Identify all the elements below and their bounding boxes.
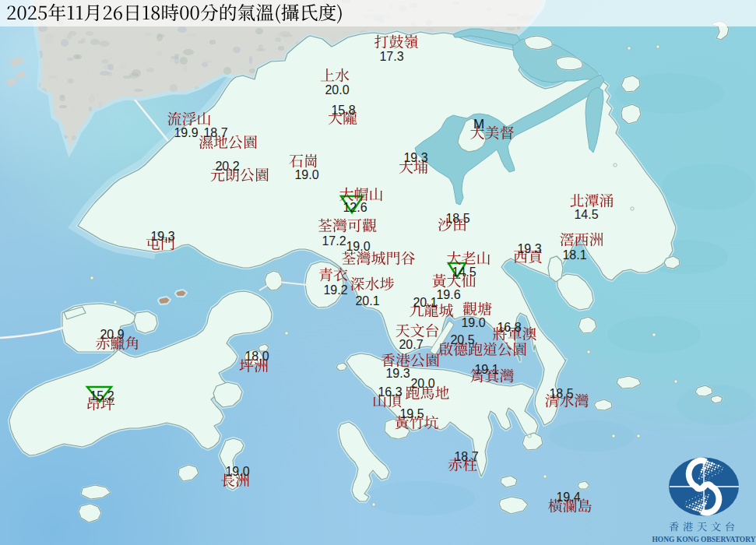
svg-text:16.3: 16.3 (378, 385, 402, 399)
svg-text:19.6: 19.6 (436, 288, 460, 301)
svg-text:HONG KONG OBSERVATORY: HONG KONG OBSERVATORY (652, 534, 756, 543)
svg-text:20.0: 20.0 (410, 377, 434, 390)
svg-text:20.5: 20.5 (450, 333, 474, 346)
svg-text:19.3: 19.3 (385, 367, 410, 380)
svg-text:17.3: 17.3 (379, 50, 403, 63)
svg-text:14.5: 14.5 (574, 208, 598, 221)
svg-text:18.5: 18.5 (549, 387, 573, 400)
svg-text:19.2: 19.2 (323, 283, 347, 297)
svg-text:20.1: 20.1 (355, 294, 379, 308)
svg-text:20.9: 20.9 (100, 328, 124, 341)
svg-text:19.0: 19.0 (461, 316, 485, 329)
svg-text:18.0: 18.0 (244, 350, 269, 363)
svg-text:19.9: 19.9 (174, 126, 198, 139)
svg-text:18.1: 18.1 (562, 248, 586, 262)
svg-text:19.3: 19.3 (403, 151, 427, 164)
svg-text:18.7: 18.7 (454, 450, 478, 463)
svg-text:19.5: 19.5 (399, 407, 424, 420)
svg-text:15.2: 15.2 (90, 389, 114, 403)
svg-text:19.1: 19.1 (474, 363, 498, 376)
svg-text:18.5: 18.5 (445, 212, 469, 225)
svg-text:M: M (473, 117, 484, 132)
svg-text:19.4: 19.4 (556, 490, 580, 504)
svg-text:15.8: 15.8 (331, 104, 355, 117)
svg-text:19.0: 19.0 (294, 168, 318, 181)
svg-text:20.0: 20.0 (325, 83, 349, 97)
svg-text:18.7: 18.7 (203, 126, 227, 139)
svg-text:16.8: 16.8 (497, 321, 521, 334)
svg-text:19.3: 19.3 (517, 242, 541, 255)
svg-text:19.0: 19.0 (225, 465, 249, 478)
svg-text:20.1: 20.1 (413, 296, 437, 309)
svg-text:17.2: 17.2 (322, 234, 346, 248)
svg-text:19.0: 19.0 (346, 240, 370, 253)
svg-text:12.6: 12.6 (343, 201, 367, 214)
svg-text:20.2: 20.2 (215, 160, 239, 173)
svg-text:19.3: 19.3 (150, 230, 174, 243)
svg-text:20.7: 20.7 (399, 338, 423, 351)
